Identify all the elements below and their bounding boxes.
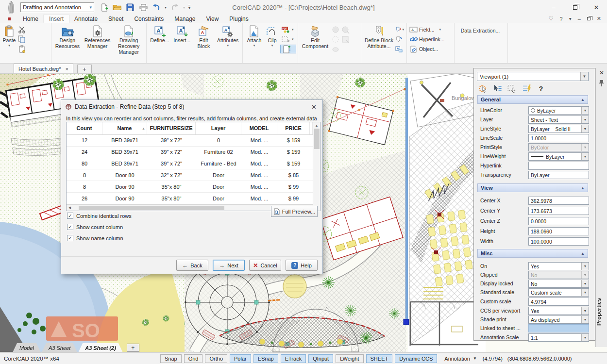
linked-to-sheet-field[interactable]	[528, 324, 589, 332]
clip-button[interactable]: Clip ▾	[264, 24, 280, 48]
section-view[interactable]: View ▲	[477, 183, 588, 192]
table-row[interactable]: 8Door 9035"x 80"DoorMod. ...$ 99	[67, 181, 313, 193]
paste-button[interactable]: Paste ▾	[1, 24, 17, 48]
hscroll-thumb[interactable]	[79, 206, 224, 210]
properties-dock-tab[interactable]: Properties	[596, 289, 607, 335]
col-name[interactable]: Name▲	[102, 122, 147, 134]
toggle-lweight[interactable]: LWeight	[336, 354, 363, 363]
design-resources-button[interactable]: Design Resources	[53, 24, 82, 50]
minimize-button[interactable]: –	[543, 0, 564, 14]
doc-restore-button[interactable]	[587, 17, 590, 20]
panel-close-icon[interactable]: ✕	[596, 69, 607, 76]
properties-help-button[interactable]: ?	[535, 83, 547, 94]
help-dropdown-icon[interactable]: ▾	[569, 16, 572, 21]
vscroll-thumb[interactable]	[314, 129, 320, 149]
show-count-column-checkbox[interactable]: ✓ Show count column	[67, 224, 123, 230]
shade-print-select[interactable]: As displayed▼	[528, 315, 589, 324]
favorites-heart-icon[interactable]: ♡	[549, 16, 554, 22]
toggle-polar[interactable]: Polar	[230, 354, 251, 363]
table-row[interactable]: 12BED 39x7139" x 72"0Mod. ...$ 159	[67, 135, 313, 147]
tab-annotate[interactable]: Annotate	[69, 15, 103, 23]
paste-special-button[interactable]	[17, 45, 27, 53]
copy-button[interactable]	[17, 35, 27, 44]
centerz-input[interactable]: 0.0000	[528, 217, 589, 225]
document-close-icon[interactable]: ×	[65, 66, 68, 72]
insert-block-button[interactable]: A Insert...	[171, 24, 193, 44]
viewport-boundary-line[interactable]	[406, 78, 408, 323]
edit-block-button[interactable]: A Edit Block	[193, 24, 215, 50]
edit-reference-button[interactable]	[280, 45, 296, 53]
linecolor-select[interactable]: ByLayer▼	[528, 106, 589, 115]
new-document-button[interactable]	[99, 2, 109, 12]
document-tab[interactable]: Hotel Beach.dwg* ×	[14, 64, 73, 73]
scroll-up-icon[interactable]: ▲	[315, 122, 319, 129]
toggle-etrack[interactable]: ETrack	[281, 354, 306, 363]
select-cursor-button[interactable]	[491, 83, 503, 94]
hyperlink-button[interactable]: Hyperlink...	[408, 35, 452, 44]
standard-scale-select[interactable]: Custom scale▼	[528, 288, 589, 297]
table-row[interactable]: 80BED 39x7139" x 72"Furniture - BedMod. …	[67, 158, 313, 170]
linescale-input[interactable]: 1.0000	[528, 134, 589, 142]
col-count[interactable]: Count	[67, 122, 102, 134]
tab-insert[interactable]: Insert	[44, 15, 69, 23]
restore-button[interactable]	[564, 0, 586, 14]
col-furnituresize[interactable]: FURNITURESIZE	[147, 122, 196, 134]
toggle-snap[interactable]: Snap	[160, 354, 182, 363]
col-layer[interactable]: Layer	[196, 122, 241, 134]
attach-button[interactable]: Attach ▾	[244, 24, 264, 48]
col-price[interactable]: PRICE	[277, 122, 310, 134]
width-input[interactable]: 100.0000	[528, 237, 589, 246]
custom-scale-input[interactable]: 4.9794	[528, 298, 589, 306]
attribute-tool-button[interactable]	[394, 35, 405, 44]
layer-select[interactable]: Sheet - Text▼	[528, 116, 589, 124]
vertical-scrollbar[interactable]: ▲ ▼	[313, 122, 320, 211]
toggle-sheet[interactable]: SHEET	[366, 354, 393, 363]
on-select[interactable]: Yes▼	[528, 262, 589, 270]
edit-component-button[interactable]: Edit Component	[300, 24, 331, 50]
tab-sheet[interactable]: Sheet	[103, 15, 129, 23]
tab-home[interactable]: Home	[17, 15, 44, 23]
back-button[interactable]: ← Back	[176, 260, 208, 271]
open-button[interactable]	[112, 2, 122, 12]
combine-identical-rows-checkbox[interactable]: ✓ Combine identical rows	[67, 213, 132, 219]
define-block-button[interactable]: A Define...	[148, 24, 171, 44]
table-row[interactable]: 8Door 8032" x 72"DoorMod. ...$ 85	[67, 169, 313, 181]
data-extraction-button[interactable]: Data Extraction...	[456, 24, 505, 34]
sheet-tab-model[interactable]: Model	[13, 343, 41, 352]
select-new-elements-button[interactable]	[477, 83, 489, 94]
workspace-select[interactable]: Drafting and Annotation ▾	[20, 2, 94, 12]
entity-selector[interactable]: Viewport (1) ▼	[477, 72, 589, 81]
tab-view[interactable]: View	[201, 15, 224, 23]
display-locked-select[interactable]: No▼	[528, 280, 589, 288]
pin-icon[interactable]	[598, 80, 605, 87]
pdf-underlay-button[interactable]: PDF ▾	[280, 25, 296, 34]
doc-minimize-button[interactable]: –	[578, 16, 581, 22]
toggle-qinput[interactable]: QInput	[308, 354, 333, 363]
dialog-title-bar[interactable]: Data Extraction - Refine Data (Step 5 of…	[61, 100, 322, 114]
drawing-recovery-manager-button[interactable]: Drawing Recovery Manager	[113, 24, 145, 55]
linestyle-select[interactable]: ByLayerSolid li▼	[528, 125, 589, 133]
help-icon[interactable]: ?	[560, 16, 563, 22]
select-box-button[interactable]	[506, 83, 518, 94]
col-model[interactable]: MODEL	[241, 122, 277, 134]
show-name-column-checkbox[interactable]: ✓ Show name column	[67, 235, 123, 241]
toggle-esnap[interactable]: ESnap	[253, 354, 278, 363]
sheet-tab-a3-2[interactable]: A3 Sheet (2)	[78, 343, 123, 352]
references-manager-button[interactable]: References Manager	[82, 24, 113, 50]
cancel-button[interactable]: ✕ Cancel	[249, 260, 281, 271]
scroll-left-icon[interactable]: ◀	[67, 206, 73, 210]
toggle-ortho[interactable]: Ortho	[205, 354, 227, 363]
quick-select-button[interactable]	[521, 83, 532, 94]
underlay-frame-button[interactable]: ▾	[280, 35, 296, 44]
next-button[interactable]: → Next	[213, 260, 245, 271]
section-general[interactable]: General ▲	[477, 95, 588, 104]
tab-plugins[interactable]: Plugins	[224, 15, 253, 23]
full-preview-button[interactable]: Full Preview...	[271, 206, 318, 217]
table-row[interactable]: 26Door 9035"x 80"DoorMod. ...$ 99	[67, 193, 313, 204]
attribute-tool-button[interactable]: ▾	[394, 25, 405, 34]
viewport-grip[interactable]	[404, 319, 409, 325]
toggle-dynamic-ccs[interactable]: Dynamic CCS	[395, 354, 437, 363]
add-sheet-button[interactable]: +	[127, 344, 139, 352]
ccs-per-viewport-select[interactable]: Yes▼	[528, 307, 589, 315]
annotation-scale-select[interactable]: 1:1▼	[528, 333, 589, 342]
